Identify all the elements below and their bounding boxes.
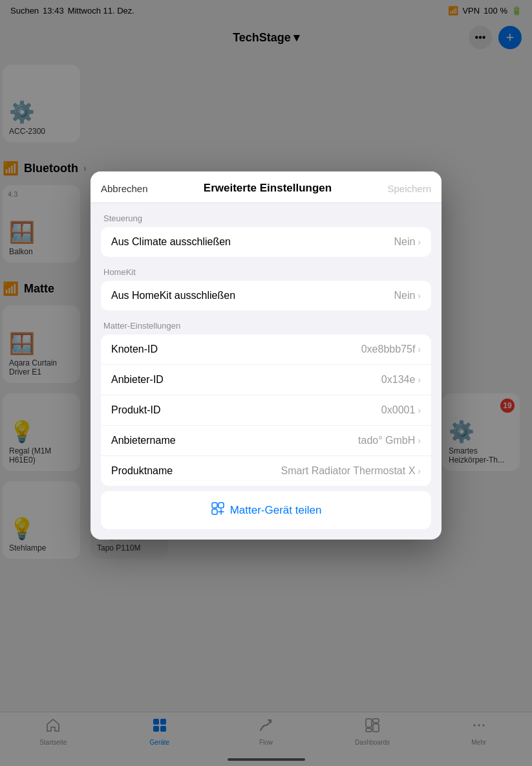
modal-body: Steuerung Aus Climate ausschließen Nein … (90, 213, 442, 529)
produkt-id-label: Produkt-ID (111, 404, 160, 416)
anbietername-row[interactable]: Anbietername tado° GmbH › (101, 426, 431, 456)
advanced-settings-modal: Abbrechen Erweiterte Einstellungen Speic… (90, 171, 442, 540)
svg-rect-0 (212, 503, 217, 508)
produktname-label: Produktname (111, 465, 173, 477)
svg-rect-1 (218, 503, 224, 508)
climate-row[interactable]: Aus Climate ausschließen Nein › (101, 227, 431, 257)
climate-value: Nein › (394, 236, 421, 248)
matter-settings-section: Matter-Einstellungen Knoten-ID 0xe8bbb75… (101, 321, 431, 486)
steuerung-section: Steuerung Aus Climate ausschließen Nein … (101, 213, 431, 257)
matter-share-icon (211, 501, 225, 519)
anbieter-id-value: 0x134e › (381, 374, 421, 386)
knoten-chevron-icon: › (418, 344, 421, 355)
modal-title: Erweiterte Einstellungen (204, 182, 332, 195)
home-indicator (228, 758, 305, 761)
svg-rect-2 (212, 509, 217, 514)
steuerung-group: Aus Climate ausschließen Nein › (101, 227, 431, 257)
produktname-chevron-icon: › (418, 466, 421, 476)
anbieter-id-row[interactable]: Anbieter-ID 0x134e › (101, 365, 431, 395)
matter-share-button[interactable]: Matter-Gerät teilen (101, 491, 431, 529)
anbieter-id-chevron-icon: › (418, 375, 421, 385)
homekit-label: Aus HomeKit ausschließen (111, 290, 235, 301)
homekit-group: Aus HomeKit ausschließen Nein › (101, 281, 431, 311)
homekit-section: HomeKit Aus HomeKit ausschließen Nein › (101, 267, 431, 311)
matter-share-label: Matter-Gerät teilen (230, 504, 322, 517)
produkt-id-chevron-icon: › (418, 405, 421, 415)
homekit-title: HomeKit (101, 267, 431, 281)
steuerung-title: Steuerung (101, 213, 431, 227)
homekit-row[interactable]: Aus HomeKit ausschließen Nein › (101, 281, 431, 311)
anbietername-label: Anbietername (111, 435, 176, 446)
knoten-id-row[interactable]: Knoten-ID 0xe8bbb75f › (101, 334, 431, 365)
modal-header: Abbrechen Erweiterte Einstellungen Speic… (90, 171, 442, 203)
matter-settings-title: Matter-Einstellungen (101, 321, 431, 334)
anbieter-id-label: Anbieter-ID (111, 374, 164, 386)
matter-settings-group: Knoten-ID 0xe8bbb75f › Anbieter-ID 0x134… (101, 334, 431, 486)
climate-label: Aus Climate ausschließen (111, 236, 231, 248)
knoten-id-value: 0xe8bbb75f › (361, 344, 421, 355)
homekit-chevron-icon: › (418, 290, 421, 301)
produkt-id-row[interactable]: Produkt-ID 0x0001 › (101, 395, 431, 426)
anbietername-chevron-icon: › (418, 435, 421, 446)
knoten-id-label: Knoten-ID (111, 344, 158, 355)
save-button[interactable]: Speichern (387, 183, 431, 194)
produkt-id-value: 0x0001 › (381, 404, 421, 416)
climate-chevron-icon: › (418, 237, 421, 247)
anbietername-value: tado° GmbH › (358, 435, 421, 446)
homekit-value: Nein › (394, 290, 421, 301)
cancel-button[interactable]: Abbrechen (101, 183, 148, 194)
produktname-row[interactable]: Produktname Smart Radiator Thermostat X … (101, 456, 431, 486)
produktname-value: Smart Radiator Thermostat X › (281, 465, 421, 477)
